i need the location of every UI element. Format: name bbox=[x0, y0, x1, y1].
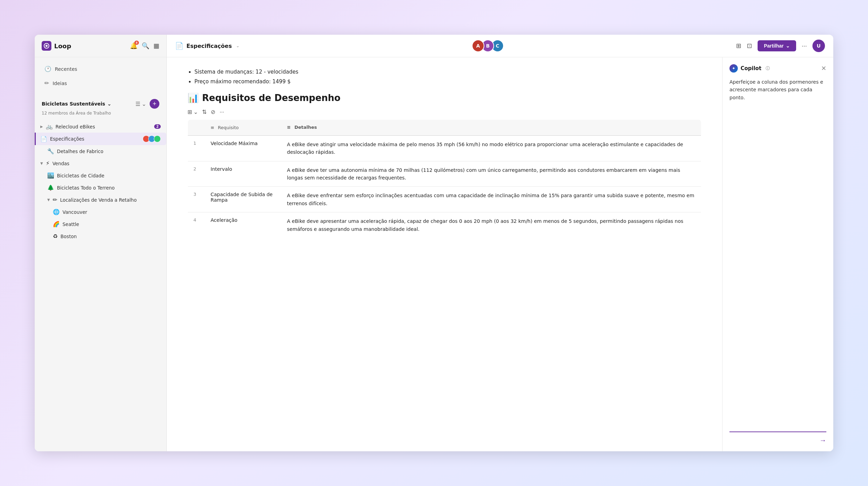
workspace-title[interactable]: Bicicletas Sustentáveis ⌄ bbox=[42, 101, 111, 107]
tree-item-relecloud[interactable]: ▶ 🚲 Relecloud eBikes 2 bbox=[35, 120, 166, 133]
cell-req-0: Velocidade Máxima bbox=[205, 135, 282, 161]
copilot-close-button[interactable]: ✕ bbox=[821, 65, 826, 72]
expand-arrow-loc-icon: ▼ bbox=[47, 198, 50, 202]
table-row: 2 Intervalo A eBike deve ter uma autonom… bbox=[188, 161, 701, 187]
copilot-logo-icon: ✦ bbox=[729, 64, 738, 73]
tree-item-bicicletas-cidade[interactable]: 🏙️ Bicicletas de Cidade bbox=[35, 169, 166, 182]
table-row: 1 Velocidade Máxima A eBike deve atingir… bbox=[188, 135, 701, 161]
tree-item-vancouver[interactable]: 🌐 Vancouver bbox=[35, 206, 166, 218]
expand-arrow-icon: ▶ bbox=[40, 125, 43, 128]
search-button[interactable]: 🔍 bbox=[142, 42, 149, 50]
cell-num-3: 4 bbox=[188, 212, 205, 238]
sidebar-nav: 🕐 Recentes ✏️ Ideias bbox=[35, 57, 166, 95]
tree-label-bicicletas-terreno: Bicicletas Todo o Terreno bbox=[57, 185, 161, 191]
tree-item-seattle[interactable]: 🌈 Seattle bbox=[35, 218, 166, 230]
topbar-doc-icon: 📄 bbox=[175, 42, 184, 50]
workspace-chevron-icon: ⌄ bbox=[107, 101, 111, 107]
tree-item-detalhes[interactable]: 🔧 Detalhes de Fabrico bbox=[35, 145, 166, 157]
th-req-icon: ≡ bbox=[211, 125, 215, 130]
expand-arrow-vendas-icon: ▼ bbox=[40, 161, 43, 165]
cell-det-0: A eBike deve atingir uma velocidade máxi… bbox=[282, 135, 701, 161]
avatar-3 bbox=[154, 135, 161, 142]
avatar-user-1[interactable]: A bbox=[472, 40, 484, 52]
tree-label-especificacoes: Especificações bbox=[50, 136, 140, 142]
tree-label-relecloud: Relecloud eBikes bbox=[56, 124, 151, 129]
table-more-button[interactable]: ··· bbox=[219, 109, 224, 115]
workspace-title-text: Bicicletas Sustentáveis bbox=[42, 101, 105, 107]
avatar-stack: A B C bbox=[472, 40, 504, 52]
browser-icon-button[interactable]: ⊡ bbox=[747, 42, 752, 50]
tree-item-localizacoes[interactable]: ▼ ✏️ Localizações de Venda a Retalho bbox=[35, 194, 166, 206]
nav-recentes-label: Recentes bbox=[55, 66, 77, 72]
share-chevron-icon: ⌄ bbox=[786, 43, 790, 49]
sidebar-item-ideias[interactable]: ✏️ Ideias bbox=[37, 76, 164, 90]
share-button[interactable]: Partilhar ⌄ bbox=[758, 40, 796, 51]
bullet-list: Sistema de mudanças: 12 - velocidades Pr… bbox=[187, 68, 701, 86]
table-sort-button[interactable]: ⇅ bbox=[202, 109, 207, 115]
tree-item-vendas[interactable]: ▼ ⚡ Vendas bbox=[35, 157, 166, 169]
cell-num-0: 1 bbox=[188, 135, 205, 161]
doc-icon: 📄 bbox=[40, 136, 47, 142]
cell-req-2: Capacidade de Subida de Rampa bbox=[205, 187, 282, 212]
topbar-chevron-icon: ⌄ bbox=[236, 43, 240, 48]
avatars-group bbox=[143, 135, 161, 142]
table-view-button[interactable]: ⊞ ⌄ bbox=[187, 109, 198, 115]
tree-label-detalhes: Detalhes de Fabrico bbox=[57, 149, 161, 154]
tree-item-boston[interactable]: ♻️ Boston bbox=[35, 230, 166, 242]
svg-point-1 bbox=[45, 45, 48, 47]
pen-loc-icon: ✏️ bbox=[53, 196, 57, 203]
table-row: 3 Capacidade de Subida de Rampa A eBike … bbox=[188, 187, 701, 212]
workspace-add-button[interactable]: + bbox=[150, 99, 159, 109]
th-num bbox=[188, 120, 205, 136]
cell-req-1: Intervalo bbox=[205, 161, 282, 187]
cell-num-2: 3 bbox=[188, 187, 205, 212]
copilot-info-icon: ⓘ bbox=[766, 66, 770, 72]
requirements-table: ≡ Requisito ≡ Detalhes 1 Velocidade Máxi… bbox=[187, 119, 701, 238]
copilot-input-area: → bbox=[729, 431, 826, 444]
lightning-icon: ⚡ bbox=[46, 160, 50, 167]
sidebar-header-icons: 🔔 8 🔍 ▦ bbox=[130, 42, 159, 50]
tree-icon: 🌲 bbox=[47, 184, 54, 191]
cell-det-2: A eBike deve enfrentar sem esforço incli… bbox=[282, 187, 701, 212]
copilot-header: ✦ Copilot ⓘ ✕ bbox=[729, 64, 826, 73]
copilot-message: Aperfeiçoe a coluna dos pormenores e acr… bbox=[729, 78, 826, 426]
workspace-header: Bicicletas Sustentáveis ⌄ ☰ ⌄ + bbox=[35, 95, 166, 110]
tree-label-bicicletas-cidade: Bicicletas de Cidade bbox=[57, 173, 161, 178]
topbar: 📄 Especificações ⌄ A B C ⊞ ⊡ Partilhar ⌄… bbox=[167, 35, 833, 57]
layout-button[interactable]: ▦ bbox=[153, 42, 159, 50]
loop-logo-icon bbox=[42, 41, 51, 51]
tree-item-bicicletas-terreno[interactable]: 🌲 Bicicletas Todo o Terreno bbox=[35, 182, 166, 194]
th-detalhes: ≡ Detalhes bbox=[282, 120, 701, 136]
tree-label-vendas: Vendas bbox=[52, 161, 161, 166]
more-options-button[interactable]: ··· bbox=[802, 42, 807, 50]
copilot-send-button[interactable]: → bbox=[819, 436, 826, 444]
user-avatar[interactable]: U bbox=[812, 40, 825, 52]
notification-button[interactable]: 🔔 8 bbox=[130, 42, 137, 50]
apps-icon-button[interactable]: ⊞ bbox=[736, 42, 741, 50]
table-filter-button[interactable]: ⊘ bbox=[211, 109, 215, 115]
cell-req-3: Aceleração bbox=[205, 212, 282, 238]
workspace-actions: ☰ ⌄ + bbox=[134, 99, 159, 109]
copilot-title-text: Copilot bbox=[741, 65, 761, 72]
th-det-icon: ≡ bbox=[287, 125, 291, 130]
pen-icon: ✏️ bbox=[44, 80, 49, 86]
rainbow-icon: 🌈 bbox=[53, 221, 60, 227]
main-content: 📄 Especificações ⌄ A B C ⊞ ⊡ Partilhar ⌄… bbox=[167, 35, 833, 451]
notification-badge: 8 bbox=[134, 41, 139, 45]
recycle-icon: ♻️ bbox=[53, 233, 58, 240]
topbar-right: ⊞ ⊡ Partilhar ⌄ ··· U bbox=[736, 40, 825, 52]
sidebar-item-recentes[interactable]: 🕐 Recentes bbox=[37, 62, 164, 76]
logo-area: Loop bbox=[42, 41, 71, 51]
bullet-item-1: Sistema de mudanças: 12 - velocidades bbox=[194, 68, 701, 76]
copilot-panel: ✦ Copilot ⓘ ✕ Aperfeiçoe a coluna dos po… bbox=[722, 57, 833, 451]
cell-det-1: A eBike deve ter uma autonomia mínima de… bbox=[282, 161, 701, 187]
doc-body: Sistema de mudanças: 12 - velocidades Pr… bbox=[167, 57, 722, 451]
app-container: Loop 🔔 8 🔍 ▦ 🕐 Recentes ✏️ Ideias bbox=[35, 35, 833, 451]
tree-item-especificacoes[interactable]: 📄 Especificações bbox=[35, 133, 166, 145]
cell-det-3: A eBike deve apresentar uma aceleração r… bbox=[282, 212, 701, 238]
topbar-center: A B C bbox=[472, 40, 504, 52]
th-requisito: ≡ Requisito bbox=[205, 120, 282, 136]
workspace-menu-button[interactable]: ☰ ⌄ bbox=[134, 99, 148, 109]
relecloud-badge: 2 bbox=[154, 124, 161, 129]
tree-label-seattle: Seattle bbox=[62, 221, 161, 227]
